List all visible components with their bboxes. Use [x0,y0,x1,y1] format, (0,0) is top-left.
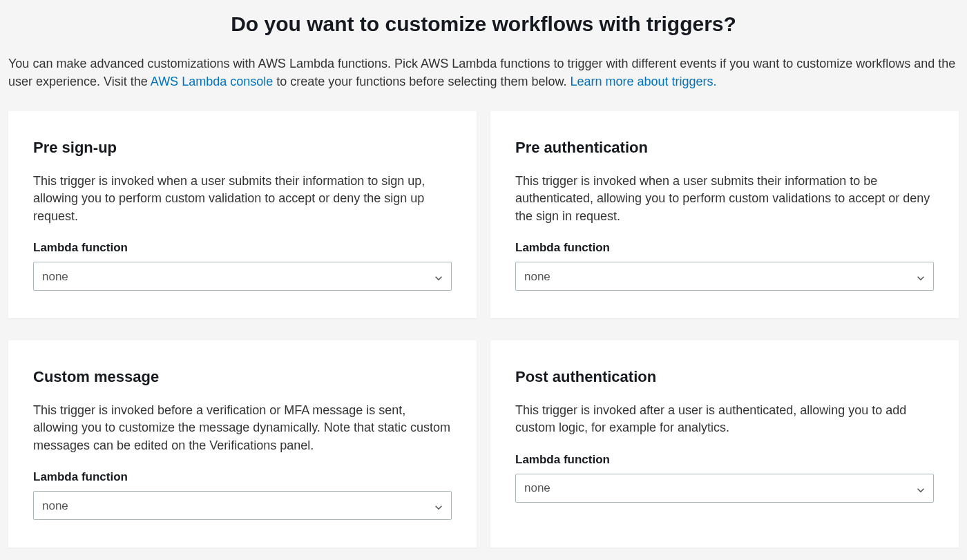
page-title: Do you want to customize workflows with … [8,8,959,39]
lambda-select-post-auth[interactable]: none [515,474,934,503]
lambda-console-link[interactable]: AWS Lambda console [151,75,273,88]
card-description: This trigger is invoked when a user subm… [515,173,934,225]
trigger-card-post-auth: Post authentication This trigger is invo… [490,340,959,548]
lambda-select-pre-auth[interactable]: none [515,262,934,291]
lambda-select-value[interactable]: none [515,262,934,291]
card-description: This trigger is invoked after a user is … [515,402,934,436]
learn-more-triggers-link[interactable]: Learn more about triggers. [570,75,716,88]
lambda-function-label: Lambda function [515,451,934,469]
card-title: Post authentication [515,365,934,388]
lambda-select-custom-message[interactable]: none [33,491,452,520]
card-description: This trigger is invoked when a user subm… [33,173,452,225]
lambda-function-label: Lambda function [33,239,452,257]
lambda-function-label: Lambda function [515,239,934,257]
card-title: Pre authentication [515,136,934,159]
trigger-card-pre-signup: Pre sign-up This trigger is invoked when… [8,111,477,318]
card-description: This trigger is invoked before a verific… [33,402,452,454]
trigger-card-pre-auth: Pre authentication This trigger is invok… [490,111,959,318]
trigger-cards-grid: Pre sign-up This trigger is invoked when… [8,111,959,560]
card-title: Custom message [33,365,452,388]
intro-text: You can make advanced customizations wit… [8,55,959,90]
lambda-select-value[interactable]: none [33,262,452,291]
lambda-function-label: Lambda function [33,468,452,486]
lambda-select-value[interactable]: none [515,474,934,503]
trigger-card-custom-message: Custom message This trigger is invoked b… [8,340,477,548]
lambda-select-value[interactable]: none [33,491,452,520]
card-title: Pre sign-up [33,136,452,159]
intro-text-part2: to create your functions before selectin… [273,75,570,88]
lambda-select-pre-signup[interactable]: none [33,262,452,291]
